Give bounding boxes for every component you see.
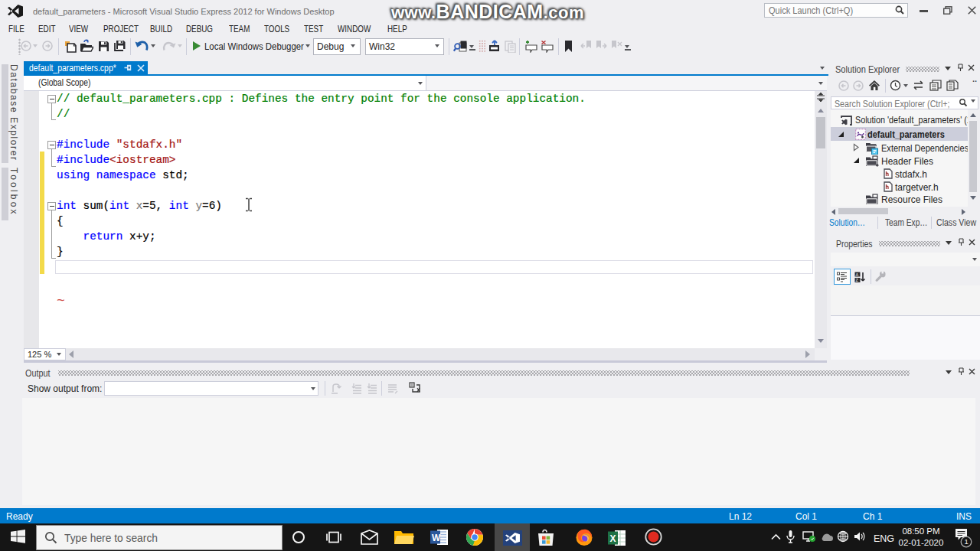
svg-text:W: W xyxy=(432,533,441,543)
svg-text:X: X xyxy=(610,533,616,544)
svg-text:A: A xyxy=(856,272,859,277)
svg-text:1: 1 xyxy=(965,537,969,546)
